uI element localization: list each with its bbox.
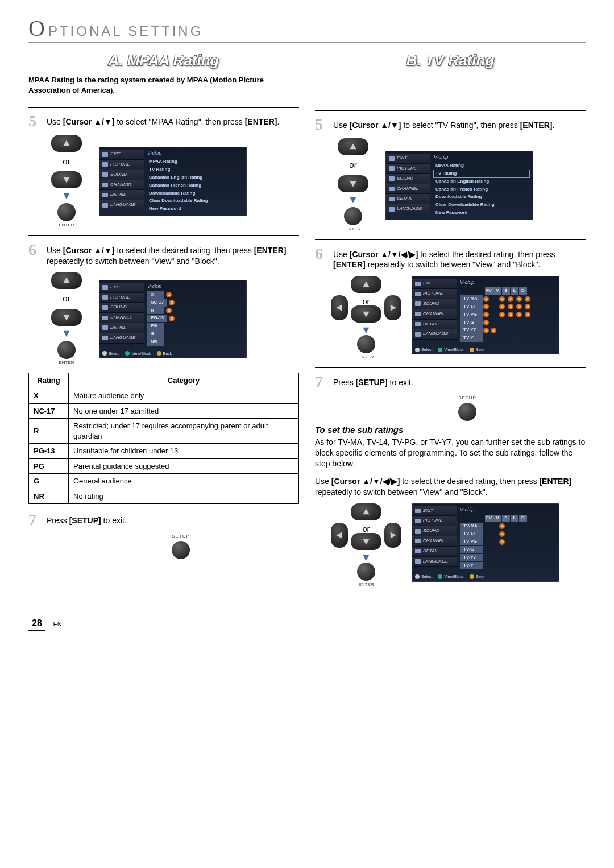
view-dot-icon [438,574,442,579]
block-icon: ⊘ [166,308,172,313]
block-icon: ⊘ [499,296,505,302]
or-label: or [349,159,356,171]
menu-option: Canadian English Rating [434,178,529,185]
setup-button[interactable] [172,541,190,559]
enter-button[interactable] [357,563,375,581]
rating-row: TV-Y7⊘⊘ [460,326,555,334]
remote-up-down: or ▼ ENTER [51,272,82,366]
tv-menu-mpaa-ratings: EXITPICTURESOUNDCHANNELDETAILLANGUAGE V-… [99,280,247,358]
sidebar-item: PICTURE [412,516,457,526]
rating-row: TV-MA⊘⊘⊘⊘⊘ [460,295,555,303]
block-icon: ⊘ [499,523,505,529]
cursor-left-button[interactable] [331,523,348,548]
menu-icon [415,559,421,564]
table-row: PG-13Unsuitable for children under 13 [29,444,299,459]
sidebar-item: SOUND [386,174,430,184]
cursor-down-button[interactable] [51,309,82,326]
sidebar-item: SOUND [412,526,457,536]
col-header: FV [485,287,493,295]
cursor-up-button[interactable] [51,272,82,289]
enter-button[interactable] [57,341,76,359]
sidebar-item: SOUND [412,299,457,309]
cursor-up-button[interactable] [51,135,82,152]
cursor-down-button[interactable] [338,175,368,192]
rating-row: PG [147,323,243,330]
svg-marker-9 [363,312,369,317]
t: to exit. [101,516,127,525]
foot-viewblock: View/Block [131,351,151,356]
left-step-7: 7 Press [SETUP] to exit. [28,512,299,528]
tv-menu-mpaa: EXITPICTURESOUNDCHANNELDETAILLANGUAGE V-… [99,147,247,216]
header-text: PTIONAL SETTING [48,22,203,40]
cursor-left-button[interactable] [331,295,348,320]
rating-row: NR [147,338,243,346]
menu-icon [415,292,421,296]
step-number: 5 [315,117,329,133]
block-icon: ⊘ [525,304,530,309]
rating-row: TV-G⊘ [460,319,555,326]
menu-icon [102,203,108,208]
col-header: L [511,515,518,522]
menu-icon [415,332,421,337]
block-icon: ⊘ [508,304,513,309]
svg-marker-4 [350,144,356,150]
remote-four-way: or [338,503,395,560]
t: to select "MPAA Rating", then press [115,117,245,126]
enter-key: [ENTER] [520,121,553,130]
block-icon: ⊘ [516,312,522,317]
enter-label: ENTER [59,222,74,229]
foot-viewblock: View/Block [444,574,463,579]
block-icon: ⊘ [516,296,522,302]
svg-marker-2 [63,278,69,283]
cursor-right-button[interactable] [384,523,401,548]
down-indicator-icon: ▼ [61,328,72,338]
foot-back: Back [476,347,485,352]
col-header: D [519,287,527,295]
back-dot-icon [470,348,474,352]
menu-icon [102,172,108,177]
sidebar-item: DETAIL [412,547,457,557]
menu-title: V-chip [460,506,555,513]
menu-option: New Password [147,205,243,213]
left-step-6: 6 Use [Cursor ▲/▼] to select the desired… [28,242,299,267]
rating-row: TV-G [460,546,555,553]
cursor-keys: [Cursor ▲/▼] [63,246,115,255]
menu-option: MPAA Rating [147,158,243,166]
tv-menu-tvrating-grid: EXITPICTURESOUNDCHANNELDETAILLANGUAGE V-… [412,276,559,354]
cursor-up-button[interactable] [351,276,381,293]
svg-marker-0 [63,140,69,146]
svg-marker-7 [336,305,342,311]
col-header: S [502,515,510,522]
cursor-keys: [Cursor ▲/▼] [63,117,115,126]
rating-row: PG-13⊘ [147,315,243,322]
rating-row: G [147,330,243,338]
enter-button[interactable] [357,335,375,353]
block-icon: ⊘ [169,300,175,305]
sidebar-item: PICTURE [412,289,457,299]
rating-row: X⊘ [147,291,243,299]
table-row: GGeneral audience [29,474,299,489]
enter-button[interactable] [344,207,362,225]
cursor-up-button[interactable] [351,503,381,520]
cursor-down-button[interactable] [351,305,381,323]
rating-category: Mature audience only [69,388,299,404]
table-header-rating: Rating [29,373,69,388]
setup-button[interactable] [458,403,476,421]
or-label: or [63,293,70,304]
step-number: 7 [315,374,329,390]
cursor-right-button[interactable] [384,295,401,320]
rating-row: TV-14⊘⊘⊘⊘⊘ [460,303,555,311]
block-icon: ⊘ [483,304,489,309]
setup-key: [SETUP] [356,378,388,387]
sidebar-item: CHANNEL [99,180,144,191]
foot-back: Back [163,351,172,356]
cursor-keys: [Cursor ▲/▼/◀/▶] [350,250,418,259]
cursor-up-button[interactable] [338,138,368,155]
cursor-down-button[interactable] [51,171,82,188]
menu-icon [102,152,108,157]
foot-viewblock: View/Block [444,347,463,352]
menu-option: Canadian English Rating [147,174,243,181]
block-icon: ⊘ [499,312,505,317]
enter-button[interactable] [57,203,76,221]
cursor-down-button[interactable] [351,533,381,550]
